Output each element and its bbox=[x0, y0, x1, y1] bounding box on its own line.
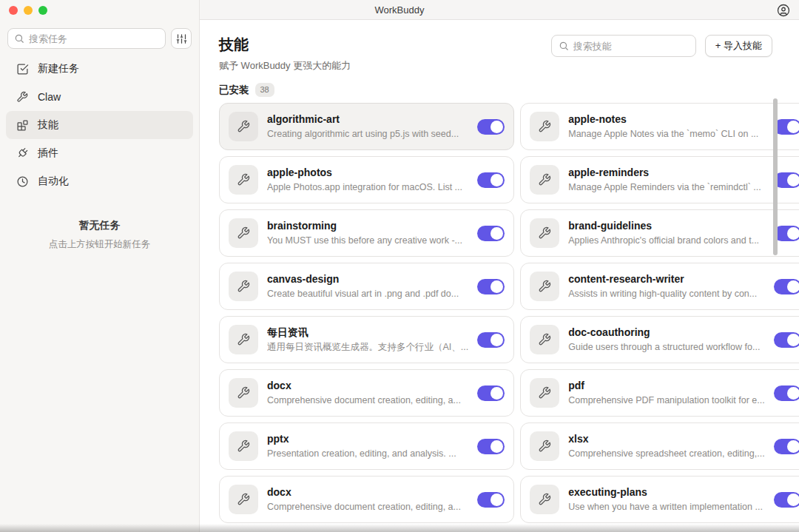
toggle-knob bbox=[787, 280, 799, 293]
skill-card[interactable]: doc-coauthoring Guide users through a st… bbox=[520, 316, 799, 363]
skill-toggle[interactable] bbox=[477, 439, 505, 454]
skill-card[interactable]: canvas-design Create beautiful visual ar… bbox=[219, 263, 514, 310]
skill-toggle[interactable] bbox=[477, 332, 505, 348]
toggle-knob bbox=[490, 334, 503, 346]
search-icon bbox=[559, 41, 569, 51]
skill-card[interactable]: pdf Comprehensive PDF manipulation toolk… bbox=[520, 369, 799, 417]
sidebar-item-automation[interactable]: 自动化 bbox=[6, 167, 193, 195]
skill-description: Comprehensive spreadsheet creation, edit… bbox=[568, 448, 764, 459]
zoom-window-button[interactable] bbox=[38, 6, 47, 15]
skill-description: Manage Apple Reminders via the `remindct… bbox=[568, 181, 764, 193]
skill-toggle[interactable] bbox=[774, 492, 799, 508]
skill-card-text: 每日资讯 通用每日资讯概览生成器。支持多个行业（AI、... bbox=[267, 326, 468, 353]
clock-icon bbox=[16, 175, 29, 188]
skill-card[interactable]: apple-photos Apple Photos.app integratio… bbox=[219, 156, 514, 203]
skill-description: Comprehensive document creation, editing… bbox=[267, 501, 468, 513]
wrench-icon bbox=[229, 218, 258, 248]
skill-card[interactable]: docx Comprehensive document creation, ed… bbox=[219, 476, 514, 523]
skill-search-input[interactable] bbox=[573, 41, 689, 52]
toggle-knob bbox=[787, 227, 799, 240]
scrollbar-thumb[interactable] bbox=[773, 98, 778, 255]
empty-state: 暂无任务 点击上方按钮开始新任务 bbox=[0, 219, 199, 251]
skill-description: Apple Photos.app integration for macOS. … bbox=[267, 181, 468, 193]
user-account-icon[interactable] bbox=[777, 4, 790, 17]
skill-description: You MUST use this before any creative wo… bbox=[267, 235, 468, 246]
skill-card[interactable]: apple-reminders Manage Apple Reminders v… bbox=[520, 156, 799, 203]
skill-toggle[interactable] bbox=[477, 226, 505, 241]
toggle-knob bbox=[787, 334, 799, 346]
search-icon bbox=[14, 33, 24, 44]
wrench-icon bbox=[530, 272, 559, 301]
skill-name: docx bbox=[267, 380, 468, 392]
wrench-icon bbox=[530, 431, 559, 461]
skill-card[interactable]: brainstorming You MUST use this before a… bbox=[219, 209, 514, 257]
installed-section-label: 已安装 bbox=[219, 84, 249, 97]
skill-toggle[interactable] bbox=[477, 172, 505, 188]
skill-description: Creating algorithmic art using p5.js wit… bbox=[267, 128, 468, 140]
skill-card[interactable]: xlsx Comprehensive spreadsheet creation,… bbox=[520, 422, 799, 470]
minimize-window-button[interactable] bbox=[24, 6, 33, 15]
sidebar-nav: 新建任务 Claw 技能 bbox=[0, 55, 199, 195]
installed-count-badge: 38 bbox=[255, 83, 274, 97]
skill-toggle[interactable] bbox=[774, 332, 799, 348]
toggle-knob bbox=[787, 174, 799, 186]
skill-card[interactable]: brand-guidelines Applies Anthropic's off… bbox=[520, 209, 799, 257]
task-search-field[interactable] bbox=[7, 28, 166, 49]
sidebar-item-new-task[interactable]: 新建任务 bbox=[6, 55, 193, 83]
wrench-icon bbox=[530, 485, 559, 514]
skill-toggle[interactable] bbox=[774, 385, 799, 401]
wrench-icon bbox=[229, 325, 258, 354]
skill-card-text: apple-reminders Manage Apple Reminders v… bbox=[568, 166, 764, 193]
skill-card[interactable]: executing-plans Use when you have a writ… bbox=[520, 476, 799, 523]
skill-name: pptx bbox=[267, 433, 468, 445]
import-skill-button[interactable]: + 导入技能 bbox=[705, 35, 772, 57]
skill-card-text: apple-photos Apple Photos.app integratio… bbox=[267, 166, 468, 193]
skill-toggle[interactable] bbox=[477, 119, 505, 135]
sidebar-item-label: 自动化 bbox=[38, 175, 69, 188]
skill-name: brainstorming bbox=[267, 220, 468, 232]
claw-icon bbox=[16, 91, 29, 104]
skill-description: Presentation creation, editing, and anal… bbox=[267, 448, 468, 459]
sidebar-item-claw[interactable]: Claw bbox=[6, 83, 193, 111]
filter-button[interactable] bbox=[171, 28, 192, 49]
skill-toggle[interactable] bbox=[477, 492, 505, 508]
toggle-knob bbox=[787, 121, 799, 133]
skill-card-text: content-research-writer Assists in writi… bbox=[568, 273, 764, 300]
skill-toggle[interactable] bbox=[774, 439, 799, 454]
skill-name: xlsx bbox=[568, 433, 764, 445]
skill-name: apple-notes bbox=[568, 113, 764, 126]
close-window-button[interactable] bbox=[9, 6, 18, 15]
skill-card[interactable]: algorithmic-art Creating algorithmic art… bbox=[219, 103, 514, 150]
page-title: 技能 bbox=[219, 35, 351, 54]
skill-toggle[interactable] bbox=[774, 279, 799, 294]
main-panel: 技能 赋予 WorkBuddy 更强大的能力 + 导入技能 bbox=[200, 20, 799, 532]
toggle-knob bbox=[490, 280, 503, 293]
empty-state-title: 暂无任务 bbox=[0, 219, 199, 232]
toggle-knob bbox=[490, 494, 503, 506]
skill-card[interactable]: apple-notes Manage Apple Notes via the `… bbox=[520, 103, 799, 150]
skill-toggle[interactable] bbox=[477, 385, 505, 401]
skill-card[interactable]: docx Comprehensive document creation, ed… bbox=[219, 369, 514, 417]
page-subtitle: 赋予 WorkBuddy 更强大的能力 bbox=[219, 59, 351, 73]
skill-name: brand-guidelines bbox=[568, 220, 764, 232]
toggle-knob bbox=[490, 387, 503, 400]
sidebar-item-skills[interactable]: 技能 bbox=[6, 111, 193, 139]
skill-card[interactable]: 每日资讯 通用每日资讯概览生成器。支持多个行业（AI、... bbox=[219, 316, 514, 363]
sidebar-item-label: Claw bbox=[38, 91, 61, 103]
sliders-icon bbox=[176, 33, 187, 44]
wrench-icon bbox=[530, 112, 559, 141]
skill-card[interactable]: content-research-writer Assists in writi… bbox=[520, 263, 799, 310]
skill-card-text: pptx Presentation creation, editing, and… bbox=[267, 433, 468, 459]
skill-search-field[interactable] bbox=[551, 35, 696, 57]
toggle-knob bbox=[490, 121, 503, 133]
task-search-input[interactable] bbox=[29, 33, 159, 44]
toggle-knob bbox=[490, 440, 503, 453]
skill-description: Comprehensive document creation, editing… bbox=[267, 394, 468, 406]
sidebar: 新建任务 Claw 技能 bbox=[0, 0, 200, 532]
skill-toggle[interactable] bbox=[477, 279, 505, 294]
skill-card[interactable]: pptx Presentation creation, editing, and… bbox=[219, 422, 514, 470]
skill-description: Guide users through a structured workflo… bbox=[568, 341, 764, 353]
sidebar-item-plugins[interactable]: 插件 bbox=[6, 139, 193, 167]
skill-card-text: docx Comprehensive document creation, ed… bbox=[267, 380, 468, 406]
toggle-knob bbox=[787, 494, 799, 506]
